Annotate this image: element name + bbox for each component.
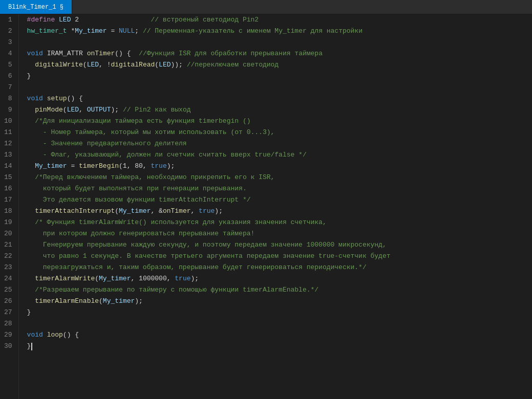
code-line-14: My_timer = timerBegin(1, 80, true); xyxy=(27,161,532,172)
line-num-22: 22 xyxy=(4,251,12,262)
line-num-1: 1 xyxy=(4,14,12,26)
line-num-24: 24 xyxy=(4,273,12,284)
code-line-12: - Значение предварительного делителя xyxy=(27,138,532,149)
code-line-15: /*Перед включением таймера, необходимо п… xyxy=(27,172,532,183)
code-line-30: } xyxy=(27,341,532,352)
line-num-19: 19 xyxy=(4,217,12,228)
code-line-27: } xyxy=(27,307,532,318)
code-line-6: } xyxy=(27,71,532,82)
line-num-15: 15 xyxy=(4,172,12,183)
line-num-2: 2 xyxy=(4,26,12,37)
code-line-21: Генерируем прерывание каждую секунду, и … xyxy=(27,239,532,251)
line-num-25: 25 xyxy=(4,284,12,296)
tab-label: Blink_Timer_1 § xyxy=(8,4,63,11)
code-line-2: hw_timer_t *My_timer = NULL; // Переменн… xyxy=(27,26,532,37)
line-num-28: 28 xyxy=(4,318,12,329)
code-line-18: timerAttachInterrupt(My_timer, &onTimer,… xyxy=(27,206,532,217)
editor: 1 2 3 4 5 6 7 8 9 10 11 12 13 14 15 16 1… xyxy=(0,14,532,399)
line-num-5: 5 xyxy=(4,59,12,71)
line-num-17: 17 xyxy=(4,194,12,206)
line-num-16: 16 xyxy=(4,183,12,194)
code-line-26: timerAlarmEnable(My_timer); xyxy=(27,296,532,307)
code-area[interactable]: #define LED 2 // встроеный светодиод Pin… xyxy=(19,14,532,399)
code-line-23: перезагружаться и, таким образом, прерыв… xyxy=(27,262,532,273)
tab-blink-timer[interactable]: Blink_Timer_1 § xyxy=(0,0,72,14)
line-numbers: 1 2 3 4 5 6 7 8 9 10 11 12 13 14 15 16 1… xyxy=(0,14,19,399)
code-line-10: /*Для инициализации таймера есть функция… xyxy=(27,116,532,127)
code-line-1: #define LED 2 // встроеный светодиод Pin… xyxy=(27,14,532,26)
code-line-7 xyxy=(27,82,532,93)
code-line-19: /* Функция timerAlarmWrite() используетс… xyxy=(27,217,532,228)
line-num-21: 21 xyxy=(4,239,12,251)
line-num-13: 13 xyxy=(4,149,12,161)
line-num-3: 3 xyxy=(4,37,12,48)
line-num-12: 12 xyxy=(4,138,12,149)
line-num-26: 26 xyxy=(4,296,12,307)
line-num-11: 11 xyxy=(4,127,12,138)
line-num-29: 29 xyxy=(4,329,12,341)
line-num-18: 18 xyxy=(4,206,12,217)
code-line-8: void setup() { xyxy=(27,93,532,104)
line-num-23: 23 xyxy=(4,262,12,273)
line-num-27: 27 xyxy=(4,307,12,318)
code-line-28 xyxy=(27,318,532,329)
line-num-7: 7 xyxy=(4,82,12,93)
code-line-25: /*Разрешаем прерывание по таймеру с помо… xyxy=(27,284,532,296)
code-line-5: digitalWrite(LED, !digitalRead(LED)); //… xyxy=(27,59,532,71)
code-line-9: pinMode(LED, OUTPUT); // Pin2 как выход xyxy=(27,104,532,116)
code-line-3 xyxy=(27,37,532,48)
code-line-13: - Флаг, указывающий, должен ли счетчик с… xyxy=(27,149,532,161)
code-line-4: void IRAM_ATTR onTimer() { //Функция ISR… xyxy=(27,48,532,59)
tab-bar: Blink_Timer_1 § xyxy=(0,0,532,14)
code-line-16: который будет выполняться при генерации … xyxy=(27,183,532,194)
line-num-14: 14 xyxy=(4,161,12,172)
line-num-10: 10 xyxy=(4,116,12,127)
code-line-24: timerAlarmWrite(My_timer, 1000000, true)… xyxy=(27,273,532,284)
line-num-20: 20 xyxy=(4,228,12,239)
line-num-9: 9 xyxy=(4,104,12,116)
code-line-22: что равно 1 секунде. В качестве третьего… xyxy=(27,251,532,262)
code-line-11: - Номер таймера, который мы хотим исполь… xyxy=(27,127,532,138)
code-line-20: при котором должно генерироваться прерыв… xyxy=(27,228,532,239)
line-num-8: 8 xyxy=(4,93,12,104)
line-num-30: 30 xyxy=(4,341,12,352)
line-num-6: 6 xyxy=(4,71,12,82)
code-line-29: void loop() { xyxy=(27,329,532,341)
line-num-4: 4 xyxy=(4,48,12,59)
code-line-17: Это делается вызовом функции timerAttach… xyxy=(27,194,532,206)
